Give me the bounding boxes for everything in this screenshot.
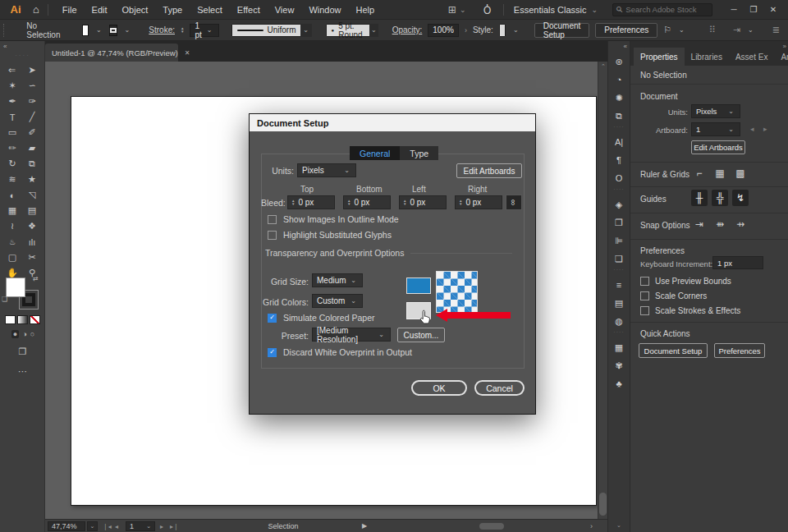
character-panel-icon[interactable]: A| <box>608 133 630 151</box>
vertical-scroll-thumb[interactable] <box>599 493 607 516</box>
edit-artboards-button[interactable]: Edit Artboards <box>691 140 745 154</box>
bleed-field[interactable]: ▲ ▼ 0 px <box>399 195 447 209</box>
next-artboard-icon[interactable]: ▸ <box>763 125 767 133</box>
bleed-field[interactable]: ▲ ▼ 0 px <box>455 195 502 209</box>
paragraph-panel-icon[interactable]: ¶ <box>608 151 630 169</box>
type-tool[interactable]: T <box>2 109 22 125</box>
menu-item[interactable]: Effect <box>230 5 268 15</box>
stroke-weight-dropdown[interactable]: 1 pt ⌄ <box>190 24 218 37</box>
menu-item[interactable]: Window <box>301 5 348 15</box>
graphic-styles-panel-icon[interactable]: ♣ <box>608 374 630 392</box>
brushes-panel-icon[interactable]: ✾ <box>608 356 630 374</box>
checkbox-unchecked[interactable] <box>640 277 649 286</box>
artboard-navigation-field[interactable]: 1 ⌄ <box>126 521 155 531</box>
swap-fill-stroke-icon[interactable]: ⇄ <box>33 275 39 282</box>
tab-properties[interactable]: Properties <box>634 48 685 66</box>
color-panel-icon[interactable]: ⊛ <box>608 53 630 71</box>
edit-toolbar-more-icon[interactable]: ⋯ <box>0 366 45 377</box>
link-bleed-values-button[interactable]: ∞ <box>506 195 522 210</box>
quick-action-document-setup-button[interactable]: Document Setup <box>639 343 708 358</box>
bleed-field[interactable]: ▲ ▼ 0 px <box>287 195 335 209</box>
close-tab-icon[interactable]: ✕ <box>185 49 190 57</box>
chevron-down-icon[interactable]: ⌄ <box>746 26 755 34</box>
zoom-level-field[interactable]: 47,74% <box>48 521 85 531</box>
chevron-down-icon[interactable]: ⌄ <box>94 26 103 34</box>
scale-tool[interactable]: ⧉ <box>22 156 42 172</box>
arrange-documents-icon[interactable]: ⊞ <box>448 4 456 16</box>
opentype-panel-icon[interactable]: O <box>608 169 630 187</box>
perspective-grid-tool[interactable]: ◹ <box>22 187 42 203</box>
direct-selection-tool[interactable]: ➤ <box>22 62 42 78</box>
checkbox-checked[interactable]: ✓ <box>268 348 277 357</box>
opacity-label[interactable]: Opacity: <box>392 25 423 34</box>
stepper-down-icon[interactable]: ▼ <box>403 203 406 206</box>
transparency-panel-icon[interactable]: ◍ <box>608 312 630 330</box>
menu-item[interactable]: View <box>268 5 302 15</box>
checkbox-unchecked[interactable] <box>640 291 649 300</box>
grid-size-dropdown[interactable]: Medium ⌄ <box>312 273 363 287</box>
dialog-title-bar[interactable]: Document Setup <box>250 114 535 131</box>
pixel-grid-icon[interactable]: ▩ <box>732 165 749 181</box>
units-dropdown[interactable]: Pixels ⌄ <box>691 104 740 118</box>
color-guide-panel-icon[interactable]: ✺ <box>608 89 630 107</box>
snap-to-pixel-icon[interactable]: ⇥ <box>691 216 708 232</box>
smart-guides-icon[interactable]: ↯ <box>732 190 749 206</box>
collapse-dock-icon[interactable]: « <box>624 43 627 50</box>
dock-scroll-icon[interactable]: ⌄ <box>608 522 630 529</box>
show-grid-icon[interactable]: ▦ <box>712 165 728 181</box>
style-swatch[interactable] <box>499 24 506 37</box>
pencil-tool[interactable]: ✏ <box>2 140 22 156</box>
draw-normal-icon[interactable]: ● <box>11 330 19 338</box>
fill-color-swatch[interactable] <box>82 25 88 36</box>
curvature-tool[interactable]: ✑ <box>22 94 42 109</box>
zoom-dropdown-icon[interactable]: ⌄ <box>87 521 98 531</box>
chevron-down-icon[interactable]: ⌄ <box>591 6 598 14</box>
minimize-button[interactable]: ─ <box>724 2 744 17</box>
checkbox-unchecked[interactable] <box>640 306 649 315</box>
draw-inside-icon[interactable]: ○ <box>30 330 34 338</box>
close-button[interactable]: ✕ <box>763 2 783 17</box>
menu-item[interactable]: Type <box>155 5 190 15</box>
brush-definition-dropdown[interactable]: ● 5 pt. Round ⌄ <box>326 24 378 37</box>
pen-tool[interactable]: ✒ <box>2 94 22 109</box>
keyboard-increment-field[interactable]: 1 px <box>712 256 763 269</box>
paintbrush-tool[interactable]: ✐ <box>22 125 42 140</box>
line-segment-tool[interactable]: ╱ <box>22 109 42 125</box>
menu-item[interactable]: File <box>55 5 85 15</box>
stepper-down-icon[interactable]: ▼ <box>347 203 350 206</box>
workspace-switcher[interactable]: Essentials Classic <box>514 5 587 15</box>
stroke-label[interactable]: Stroke: <box>149 25 175 34</box>
chevron-down-icon[interactable]: ⌄ <box>677 26 686 34</box>
slice-tool[interactable]: ✂ <box>22 250 42 265</box>
eraser-tool[interactable]: ▰ <box>22 140 42 156</box>
stroke-panel-icon[interactable]: ≡ <box>608 276 630 294</box>
magic-wand-tool[interactable]: ✶ <box>2 78 22 94</box>
gradient-mode-button[interactable] <box>17 315 28 324</box>
ok-button[interactable]: OK <box>411 380 467 396</box>
first-artboard-icon[interactable]: ❘◂ <box>103 523 112 530</box>
custom-button[interactable]: Custom... <box>397 328 445 342</box>
stroke-color-swatch[interactable] <box>109 25 117 36</box>
eyedropper-tool[interactable]: ≀ <box>2 218 22 234</box>
chevron-down-icon[interactable]: ⌄ <box>123 26 132 34</box>
layers-panel-icon[interactable]: ◈ <box>608 195 630 213</box>
scroll-right-icon[interactable]: › <box>590 522 593 530</box>
units-dropdown[interactable]: Pixels ⌄ <box>297 163 356 177</box>
edit-artboards-button[interactable]: Edit Artboards <box>456 163 522 178</box>
rotate-tool[interactable]: ↻ <box>2 156 22 172</box>
artboard-tool[interactable]: ▢ <box>2 250 22 265</box>
hamburger-menu-icon[interactable]: ≣ <box>772 25 780 35</box>
column-graph-tool[interactable]: ılı <box>22 234 42 250</box>
artboards-panel-icon[interactable]: ❐ <box>608 213 630 232</box>
shape-builder-tool[interactable]: ◐ <box>2 187 22 203</box>
checkbox-unchecked[interactable] <box>268 215 277 224</box>
drag-grip[interactable] <box>3 24 4 37</box>
checkbox-checked[interactable]: ✓ <box>268 314 277 323</box>
search-input[interactable] <box>625 5 708 14</box>
screen-mode-icon[interactable]: ❐ <box>0 346 45 357</box>
opacity-field[interactable]: 100% <box>428 24 459 37</box>
home-icon[interactable]: ⌂ <box>33 3 39 16</box>
cancel-button[interactable]: Cancel <box>474 380 525 396</box>
width-tool[interactable]: ≋ <box>2 172 22 187</box>
chevron-down-icon[interactable]: ⌄ <box>511 26 520 34</box>
